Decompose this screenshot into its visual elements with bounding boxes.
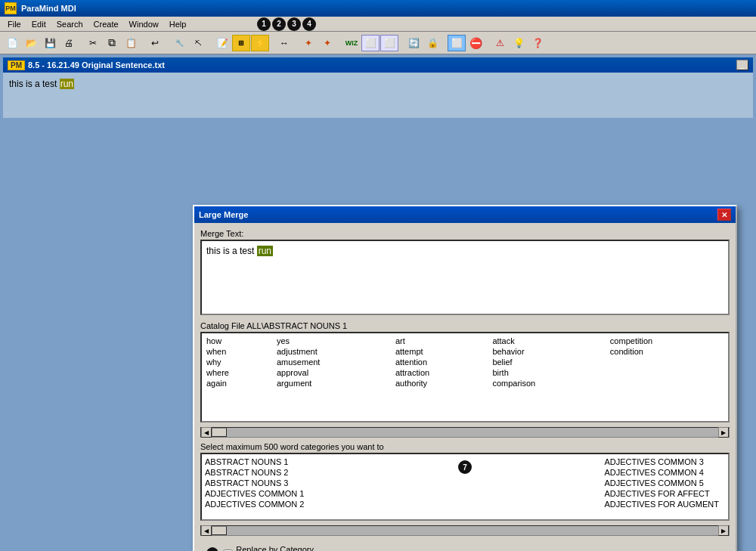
toolbar-swap[interactable]: ↔ — [275, 35, 293, 51]
cat-word-3-3: birth — [491, 368, 608, 379]
checkbox-row-1: 5 Replace by Category Exact — [206, 545, 327, 551]
menu-help[interactable]: Help — [165, 19, 191, 29]
num-badge-7: 7 — [458, 460, 472, 474]
menu-edit[interactable]: Edit — [27, 19, 51, 29]
toolbar-monitor[interactable]: ⬜ — [448, 35, 466, 51]
cat-scroll-right[interactable]: ▶ — [718, 525, 729, 536]
menu-numbers: 1 2 3 4 — [257, 17, 316, 31]
cat-word-4-2: authority — [394, 379, 491, 389]
cat-item-0[interactable]: ABSTRACT NOUNS 1 — [205, 457, 304, 466]
toolbar-copy[interactable]: ⧉ — [103, 35, 121, 51]
cat-word-4-1: argument — [275, 379, 394, 389]
cat-word-1-1: adjustment — [275, 347, 394, 358]
scroll-right-arrow[interactable]: ▶ — [718, 427, 729, 438]
catalog-list: how yes art attack competition when adju… — [200, 332, 730, 423]
menu-bar: File Edit Search Create Window Help 1 2 … — [0, 17, 756, 32]
cat-word-2-0: why — [205, 358, 275, 368]
scroll-track — [212, 428, 718, 437]
cat-item-6[interactable]: ADJECTIVES COMMON 4 — [604, 468, 719, 477]
dialog-close-btn[interactable]: ✕ — [717, 209, 731, 221]
toolbar-sq2[interactable]: ⬜ — [380, 35, 398, 51]
cat-item-8[interactable]: ADJECTIVES FOR AFFECT — [604, 489, 719, 498]
cat-item-1[interactable]: ABSTRACT NOUNS 2 — [205, 468, 304, 477]
toolbar-wizard[interactable]: WIZ — [342, 35, 361, 51]
cat-item-7[interactable]: ADJECTIVES COMMON 5 — [604, 478, 719, 488]
cat-word-3-4 — [609, 368, 725, 379]
scroll-left-arrow[interactable]: ◀ — [201, 427, 212, 438]
checkbox-group: 5 Replace by Category Exact 6 Replace by… — [206, 545, 327, 551]
categories-left-col: ABSTRACT NOUNS 1 ABSTRACT NOUNS 2 ABSTRA… — [205, 457, 304, 516]
cat-word-1-0: when — [205, 347, 275, 358]
cat-word-1-2: attempt — [394, 347, 491, 358]
toolbar-warning[interactable]: ⚠ — [491, 35, 509, 51]
toolbar-stop[interactable]: ⛔ — [466, 35, 485, 51]
cat-word-2-2: attention — [394, 358, 491, 368]
merge-text-highlight: run — [257, 246, 273, 256]
toolbar-print[interactable]: 🖨 — [60, 35, 78, 51]
toolbar-tool2[interactable]: ⛏ — [189, 35, 207, 51]
num-4: 4 — [302, 17, 316, 31]
cat-word-0-3: attack — [491, 336, 608, 347]
categories-right-col: ADJECTIVES COMMON 3 ADJECTIVES COMMON 4 … — [604, 457, 725, 516]
toolbar-save[interactable]: 💾 — [41, 35, 59, 51]
menu-search[interactable]: Search — [52, 19, 88, 29]
menu-create[interactable]: Create — [89, 19, 123, 29]
num-1: 1 — [257, 17, 271, 31]
merge-text-before: this is a test — [206, 246, 257, 256]
scroll-thumb[interactable] — [212, 428, 227, 437]
cat-word-3-2: attraction — [394, 368, 491, 379]
dialog-title: Large Merge — [199, 210, 248, 219]
toolbar-sq1[interactable]: ⬜ — [361, 35, 380, 51]
app-icon: PM — [5, 2, 17, 14]
toolbar-cut[interactable]: ✂ — [84, 35, 102, 51]
cat-word-2-3: belief — [491, 358, 608, 368]
toolbar-doc[interactable]: 📝 — [213, 35, 231, 51]
dialog-bottom: 5 Replace by Category Exact 6 Replace by… — [200, 542, 730, 551]
toolbar: 📄 📂 💾 🖨 ✂ ⧉ 📋 ↩ 🔧 ⛏ 📝 ⊞ ⚡ ↔ ✦ ✦ WIZ ⬜ ⬜ … — [0, 32, 756, 54]
cat-word-3-0: where — [205, 368, 275, 379]
toolbar-undo[interactable]: ↩ — [146, 35, 164, 51]
cat-item-4[interactable]: ADJECTIVES COMMON 2 — [205, 500, 304, 509]
toolbar-tool1[interactable]: 🔧 — [170, 35, 188, 51]
categories-list[interactable]: ABSTRACT NOUNS 1 ABSTRACT NOUNS 2 ABSTRA… — [200, 453, 730, 521]
cat-item-2[interactable]: ABSTRACT NOUNS 3 — [205, 478, 304, 488]
catalog-label: Catalog File ALL\ABSTRACT NOUNS 1 — [200, 321, 730, 330]
toolbar-chart[interactable]: ⊞ — [232, 35, 250, 51]
title-bar: PM ParaMind MDI — [0, 0, 756, 17]
toolbar-star1[interactable]: ✦ — [299, 35, 318, 51]
toolbar-new[interactable]: 📄 — [3, 35, 21, 51]
cat-word-1-4: condition — [609, 347, 725, 358]
toolbar-lock[interactable]: 🔒 — [423, 35, 442, 51]
cat-word-2-1: amusement — [275, 358, 394, 368]
cat-word-0-4: competition — [609, 336, 725, 347]
merge-text-area[interactable]: this is a test run — [200, 240, 730, 315]
main-area: PM 8.5 - 16.21.49 Original Sentence.txt … — [0, 57, 756, 551]
cat-scroll-thumb[interactable] — [212, 526, 227, 535]
cat-word-0-0: how — [205, 336, 275, 347]
num-3: 3 — [287, 17, 301, 31]
toolbar-open[interactable]: 📂 — [22, 35, 40, 51]
cat-word-2-4 — [609, 358, 725, 368]
cat-scroll-track — [212, 526, 718, 535]
toolbar-paste[interactable]: 📋 — [122, 35, 140, 51]
cat-item-3[interactable]: ADJECTIVES COMMON 1 — [205, 489, 304, 498]
categories-scrollbar[interactable]: ◀ ▶ — [200, 525, 730, 536]
merge-text-label: Merge Text: — [200, 229, 730, 238]
menu-file[interactable]: File — [3, 19, 26, 29]
num-2: 2 — [272, 17, 286, 31]
modal-overlay: Large Merge ✕ Merge Text: this is a test… — [0, 57, 756, 551]
catalog-scrollbar[interactable]: ◀ ▶ — [200, 427, 730, 438]
toolbar-star2[interactable]: ✦ — [318, 35, 336, 51]
cat-item-9[interactable]: ADJECTIVES FOR AUGMENT — [604, 500, 719, 509]
badge-7-area: 7 — [458, 460, 472, 474]
toolbar-help-icon[interactable]: 💡 — [510, 35, 528, 51]
toolbar-action[interactable]: ⚡ — [251, 35, 269, 51]
toolbar-question-icon[interactable]: ❓ — [528, 35, 547, 51]
menu-window[interactable]: Window — [125, 19, 163, 29]
cat-word-4-0: again — [205, 379, 275, 389]
toolbar-refresh[interactable]: 🔄 — [404, 35, 423, 51]
cat-scroll-left[interactable]: ◀ — [201, 525, 212, 536]
cat-item-5[interactable]: ADJECTIVES COMMON 3 — [604, 457, 719, 466]
app-title: ParaMind MDI — [21, 4, 76, 13]
cat-word-1-3: behavior — [491, 347, 608, 358]
